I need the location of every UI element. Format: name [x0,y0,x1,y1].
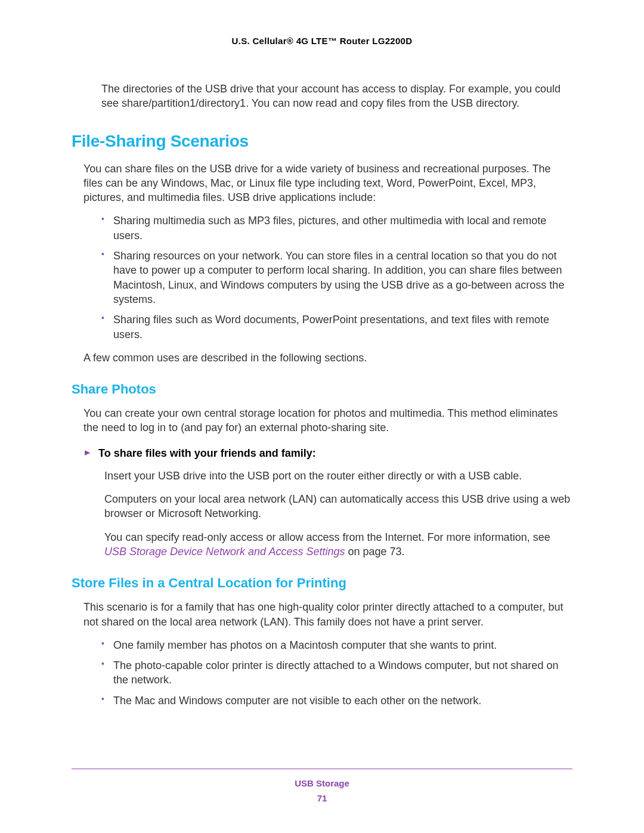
list-item: Sharing files such as Word documents, Po… [101,312,572,342]
list-item: The Mac and Windows computer are not vis… [101,693,572,708]
cross-reference-link[interactable]: USB Storage Device Network and Access Se… [104,546,345,558]
procedure-step1: Insert your USB drive into the USB port … [104,469,572,483]
procedure-step3: You can specify read-only access or allo… [104,530,572,559]
heading-file-sharing-scenarios: File-Sharing Scenarios [72,132,572,151]
step3-text-before: You can specify read-only access or allo… [104,531,550,543]
footer-section-name: USB Storage [72,778,572,788]
step3-text-after: on page 73. [345,546,405,558]
list-item: Sharing multimedia such as MP3 files, pi… [101,213,572,243]
heading-share-photos: Share Photos [72,382,572,397]
list-item: Sharing resources on your network. You c… [101,249,572,306]
heading-store-files-central: Store Files in a Central Location for Pr… [72,575,572,591]
section3-bullets: One family member has photos on a Macint… [101,638,572,708]
procedure-step2: Computers on your local area network (LA… [104,492,572,521]
section3-para1: This scenario is for a family that has o… [83,600,572,629]
list-item: One family member has photos on a Macint… [101,638,572,652]
page-footer: USB Storage 71 [72,769,572,803]
footer-divider [72,769,572,769]
section1-bullets: Sharing multimedia such as MP3 files, pi… [101,213,572,341]
list-item: The photo-capable color printer is direc… [101,658,572,688]
procedure-title: To share files with your friends and fam… [83,447,572,460]
section2-para1: You can create your own central storage … [83,406,572,435]
page-content: U.S. Cellular® 4G LTE™ Router LG2200D Th… [0,0,644,833]
intro-paragraph: The directories of the USB drive that yo… [101,82,572,111]
footer-page-number: 71 [72,793,572,803]
section1-para1: You can share files on the USB drive for… [83,162,572,205]
document-header: U.S. Cellular® 4G LTE™ Router LG2200D [72,36,572,46]
section1-para2: A few common uses are described in the f… [83,351,572,365]
